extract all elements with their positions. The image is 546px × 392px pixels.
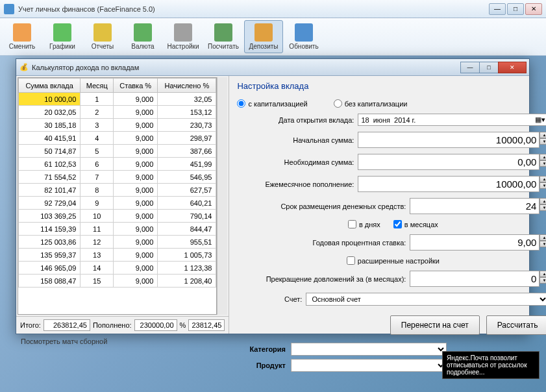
col-rate[interactable]: Ставка % <box>114 79 158 93</box>
total-sum: 263812,45 <box>43 319 90 331</box>
toolbar-настройки[interactable]: Настройки <box>164 20 203 53</box>
transfer-button[interactable]: Перенести на счет <box>390 315 480 335</box>
stop-input[interactable] <box>410 271 540 287</box>
table-row[interactable]: 20 032,0529,000153,12 <box>19 106 216 119</box>
col-month[interactable]: Месяц <box>81 79 114 93</box>
toolbar-icon <box>134 23 152 42</box>
toolbar-icon <box>174 23 192 42</box>
stop-label: Прекращение довложений за (в месяцах): <box>237 275 406 283</box>
col-accrued[interactable]: Начислено % <box>158 79 216 93</box>
dialog-title: Калькулятор дохода по вкладам <box>32 64 461 71</box>
dialog-titlebar: 💰 Калькулятор дохода по вкладам — □ ✕ <box>16 59 529 76</box>
table-row[interactable]: 40 415,9149,000298,97 <box>19 132 216 145</box>
main-title: Учет личных финансов (FaceFinance 5.0) <box>18 5 489 13</box>
monthly-spinner[interactable]: ▲▼ <box>540 176 546 189</box>
need-sum-label: Необходимая сумма: <box>237 158 354 166</box>
start-sum-spinner[interactable]: ▲▼ <box>540 132 546 145</box>
dialog-close-button[interactable]: ✕ <box>498 62 527 73</box>
dialog-maximize-button[interactable]: □ <box>479 62 499 73</box>
account-label: Счет: <box>237 295 302 303</box>
table-row[interactable]: 82 101,4789,000627,57 <box>19 184 216 197</box>
minimize-button[interactable]: — <box>489 3 506 15</box>
start-sum-label: Начальная сумма: <box>237 136 354 144</box>
table-row[interactable]: 125 003,86129,000955,51 <box>19 236 216 249</box>
topup-label: Пополнено: <box>93 321 132 329</box>
toolbar-обновить[interactable]: Обновить <box>284 20 323 53</box>
cap-on-radio[interactable]: с капитализацией <box>237 99 307 108</box>
monthly-label: Ежемесячное пополнение: <box>237 180 354 188</box>
monthly-input[interactable] <box>358 176 540 192</box>
table-row[interactable]: 71 554,5279,000546,95 <box>19 171 216 184</box>
table-row[interactable]: 30 185,1839,000230,73 <box>19 119 216 132</box>
start-sum-input[interactable] <box>358 132 540 148</box>
category-select[interactable] <box>291 343 447 356</box>
settings-panel: Настройка вклада с капитализацией без ка… <box>229 76 546 334</box>
toolbar-icon <box>214 23 232 42</box>
table-row[interactable]: 10 000,0019,00032,05 <box>19 93 216 106</box>
pct-label: % <box>180 321 186 329</box>
table-panel: Сумма вклада Месяц Ставка % Начислено % … <box>16 76 229 334</box>
col-sum[interactable]: Сумма вклада <box>19 79 81 93</box>
table-row[interactable]: 50 714,8759,000387,66 <box>19 145 216 158</box>
table-row[interactable]: 114 159,39119,000844,47 <box>19 223 216 236</box>
total-label: Итого: <box>20 321 41 329</box>
open-date-label: Дата открытия вклада: <box>237 116 354 124</box>
totals-row: Итого: 263812,45 Пополнено: 230000,00 % … <box>16 316 229 334</box>
table-row[interactable]: 135 959,37139,0001 005,73 <box>19 249 216 262</box>
app-icon <box>4 4 14 14</box>
toolbar-icon <box>13 23 31 42</box>
toolbar-графики[interactable]: Графики <box>43 20 82 53</box>
toolbar-валюта[interactable]: Валюта <box>123 20 162 53</box>
yandex-tooltip[interactable]: Яндекс.Почта позволит отписываться от ра… <box>442 351 540 379</box>
advanced-checkbox[interactable]: расширенные настройки <box>347 256 440 265</box>
cap-off-radio[interactable]: без капитализации <box>334 99 408 108</box>
calendar-icon[interactable]: ▦▾ <box>535 116 545 124</box>
toolbar-депозиты[interactable]: Депозиты <box>244 20 283 53</box>
toolbar-icon <box>93 23 112 42</box>
close-button[interactable]: ✕ <box>525 3 542 15</box>
need-sum-spinner[interactable]: ▲▼ <box>540 154 546 167</box>
toolbar-icon <box>254 23 273 42</box>
toolbar-icon <box>53 23 71 42</box>
grid-scrollbar[interactable] <box>217 77 227 315</box>
rate-input[interactable] <box>410 234 540 251</box>
term-label: Срок размещения денежных средств: <box>237 202 406 210</box>
toolbar-посчитать[interactable]: Посчитать <box>204 20 243 53</box>
product-label: Продукт <box>234 361 286 369</box>
product-select[interactable] <box>291 359 447 372</box>
in-months-checkbox[interactable]: в месяцах <box>393 220 438 228</box>
toolbar-отчеты[interactable]: Отчеты <box>83 20 122 53</box>
account-select[interactable]: Основной счет <box>306 293 546 306</box>
topup-value: 230000,00 <box>134 319 177 331</box>
table-row[interactable]: 61 102,5369,000451,99 <box>19 158 216 171</box>
rate-spinner[interactable]: ▲▼ <box>540 234 546 247</box>
category-label: Категория <box>234 345 286 353</box>
toolbar-сменить[interactable]: Сменить <box>3 20 42 53</box>
maximize-button[interactable]: □ <box>507 3 524 15</box>
toolbar-icon <box>295 23 313 42</box>
dialog-icon: 💰 <box>19 62 29 73</box>
settings-heading: Настройка вклада <box>237 81 546 91</box>
calculate-button[interactable]: Рассчитать <box>486 315 546 335</box>
main-toolbar: СменитьГрафикиОтчетыВалютаНастройкиПосчи… <box>0 18 546 56</box>
rate-label: Годовая процентная ставка: <box>237 239 406 247</box>
deposit-calculator-dialog: 💰 Калькулятор дохода по вкладам — □ ✕ Су… <box>16 58 530 334</box>
term-spinner[interactable]: ▲▼ <box>540 198 546 211</box>
table-row[interactable]: 103 369,25109,000790,14 <box>19 210 216 223</box>
pct-value: 23812,45 <box>188 319 225 331</box>
open-date-picker[interactable]: 18 июня 2014 г. ▦▾ <box>358 114 546 126</box>
table-row[interactable]: 158 088,47159,0001 208,40 <box>19 275 216 288</box>
term-input[interactable] <box>410 198 540 214</box>
table-row[interactable]: 92 729,0499,000640,21 <box>19 197 216 210</box>
match-link[interactable]: Посмотреть матч сборной <box>21 337 107 345</box>
deposit-grid[interactable]: Сумма вклада Месяц Ставка % Начислено % … <box>18 77 217 315</box>
stop-spinner[interactable]: ▲▼ <box>540 271 546 284</box>
need-sum-input[interactable] <box>358 154 540 170</box>
main-titlebar: Учет личных финансов (FaceFinance 5.0) —… <box>0 0 546 18</box>
in-days-checkbox[interactable]: в днях <box>348 220 380 228</box>
table-row[interactable]: 146 965,09149,0001 123,38 <box>19 262 216 275</box>
dialog-minimize-button[interactable]: — <box>460 62 480 73</box>
